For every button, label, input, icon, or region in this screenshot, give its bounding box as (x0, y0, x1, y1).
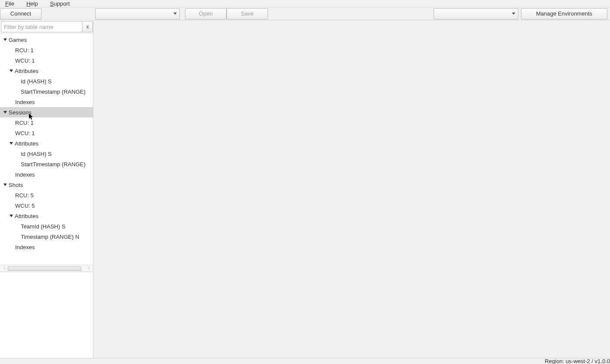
sidebar: x GamesRCU: 1WCU: 1AttributesId (HASH) S… (0, 20, 93, 358)
menubar: File Help Support (0, 0, 610, 7)
table-node-label: Sessions (9, 109, 32, 116)
table-attr-label: StartTimestamp (RANGE) (21, 89, 86, 95)
filter-input[interactable] (1, 21, 83, 32)
table-attr[interactable]: StartTimestamp (RANGE) (0, 159, 93, 169)
table-indexes[interactable]: Indexes (0, 169, 93, 180)
table-attributes-label: Attributes (15, 68, 38, 74)
chevron-down-icon (10, 215, 13, 217)
table-node-label: Shots (9, 182, 23, 188)
statusbar: Region: us-west-2 / v1.0.0 (0, 358, 610, 364)
table-wcu-label: WCU: 1 (15, 130, 35, 136)
table-node[interactable]: Games (0, 35, 93, 45)
table-indexes[interactable]: Indexes (0, 97, 93, 107)
manage-environments-button[interactable]: Manage Environments (521, 8, 607, 19)
table-wcu-label: WCU: 5 (15, 203, 35, 209)
table-attr[interactable]: StartTimestamp (RANGE) (0, 86, 93, 97)
table-rcu[interactable]: RCU: 1 (0, 45, 93, 55)
chevron-down-icon (3, 38, 7, 41)
table-wcu[interactable]: WCU: 5 (0, 200, 93, 211)
table-wcu-label: WCU: 1 (15, 57, 35, 64)
table-rcu-label: RCU: 5 (15, 192, 34, 199)
scroll-right-icon[interactable]: 〉 (87, 266, 93, 272)
chevron-down-icon (3, 184, 7, 186)
table-attr[interactable]: Id (HASH) S (0, 149, 93, 159)
table-node-label: Games (9, 37, 27, 43)
scroll-left-icon[interactable]: 〈 (0, 266, 6, 272)
table-rcu[interactable]: RCU: 1 (0, 117, 93, 128)
chevron-down-icon (3, 111, 7, 114)
table-indexes-label: Indexes (15, 244, 35, 250)
table-rcu[interactable]: RCU: 5 (0, 190, 93, 200)
table-attributes[interactable]: Attributes (0, 138, 93, 149)
table-wcu[interactable]: WCU: 1 (0, 55, 93, 66)
table-wcu[interactable]: WCU: 1 (0, 128, 93, 138)
filter-row: x (0, 20, 93, 34)
main-area: x GamesRCU: 1WCU: 1AttributesId (HASH) S… (0, 20, 610, 358)
chevron-down-icon (173, 13, 177, 15)
table-attr-label: Timestamp (RANGE) N (21, 234, 79, 240)
table-attributes[interactable]: Attributes (0, 66, 93, 76)
chevron-down-icon (512, 13, 515, 15)
save-button[interactable]: Save (227, 8, 268, 19)
table-indexes-label: Indexes (15, 171, 35, 178)
dropdown-left[interactable] (95, 8, 180, 19)
table-node[interactable]: Shots (0, 180, 93, 190)
toolbar: Connect Open Save Manage Environments (0, 7, 610, 20)
table-attr-label: Id (HASH) S (21, 151, 52, 157)
menu-file[interactable]: File (5, 0, 14, 7)
table-indexes-label: Indexes (15, 99, 35, 105)
table-attributes-label: Attributes (15, 213, 38, 219)
table-attr[interactable]: TeamId (HASH) S (0, 221, 93, 231)
table-attributes-label: Attributes (15, 140, 38, 147)
content-area (93, 20, 610, 358)
table-tree: GamesRCU: 1WCU: 1AttributesId (HASH) SSt… (0, 34, 93, 265)
table-node[interactable]: Sessions (0, 107, 93, 117)
sidebar-bottom-panel (0, 272, 93, 358)
table-attributes[interactable]: Attributes (0, 211, 93, 221)
chevron-down-icon (10, 70, 13, 72)
scroll-track[interactable] (6, 266, 87, 271)
connect-button[interactable]: Connect (0, 8, 42, 19)
open-button[interactable]: Open (185, 8, 227, 19)
table-attr-label: Id (HASH) S (21, 78, 52, 85)
table-rcu-label: RCU: 1 (15, 47, 34, 54)
menu-help[interactable]: Help (26, 0, 38, 7)
filter-clear-button[interactable]: x (83, 21, 93, 32)
table-attr[interactable]: Timestamp (RANGE) N (0, 231, 93, 242)
table-attr-label: TeamId (HASH) S (21, 223, 65, 230)
dropdown-right[interactable] (434, 8, 518, 19)
status-text: Region: us-west-2 / v1.0.0 (545, 358, 610, 364)
menu-support[interactable]: Support (50, 0, 70, 7)
table-indexes[interactable]: Indexes (0, 242, 93, 252)
horizontal-scrollbar[interactable]: 〈 〉 (0, 265, 93, 272)
chevron-down-icon (10, 142, 13, 145)
table-attr[interactable]: Id (HASH) S (0, 76, 93, 86)
scroll-thumb[interactable] (8, 266, 81, 271)
table-attr-label: StartTimestamp (RANGE) (21, 161, 86, 168)
table-rcu-label: RCU: 1 (15, 120, 34, 126)
